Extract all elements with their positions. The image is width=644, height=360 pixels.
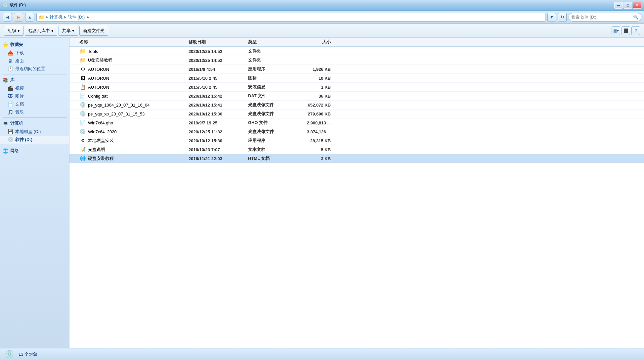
up-button[interactable]: ▲ xyxy=(25,13,34,22)
view-options-button[interactable]: ▦▾ xyxy=(612,26,620,35)
file-icon: 💿 xyxy=(79,111,86,117)
table-row[interactable]: 💿 pe_yqs_1064_20_07_31_16_04 2020/10/12 … xyxy=(69,101,644,110)
file-name-label: 硬盘安装教程 xyxy=(88,156,114,161)
col-header-type[interactable]: 类型 xyxy=(248,39,294,45)
main-layout: ⭐ 收藏夹 📥 下载 🖥 桌面 🕐 最近访问的位置 📚 库 xyxy=(0,38,644,348)
table-row[interactable]: ⚙ AUTORUN 2016/1/8 4:54 应用程序 1,926 KB xyxy=(69,65,644,74)
sidebar-item-documents[interactable]: 📄 文档 xyxy=(0,100,69,108)
sidebar-item-recent[interactable]: 🕐 最近访问的位置 xyxy=(0,65,69,73)
table-row[interactable]: 💿 Win7x64_2020 2020/12/25 11:32 光盘映像文件 3… xyxy=(69,127,644,136)
file-name-cell: 📋 AUTORUN xyxy=(69,84,189,90)
table-row[interactable]: 📁 Tools 2020/12/25 14:52 文件夹 xyxy=(69,47,644,56)
file-icon: ⚙ xyxy=(79,66,86,72)
file-icon: 📋 xyxy=(79,84,86,90)
local-c-icon: 💾 xyxy=(7,129,13,135)
forward-button[interactable]: ▶ xyxy=(14,13,23,22)
table-row[interactable]: 📋 AUTORUN 2015/5/10 2:45 安装信息 1 KB xyxy=(69,83,644,92)
file-name-cell: 🖼 AUTORUN xyxy=(69,75,189,81)
back-button[interactable]: ◀ xyxy=(3,13,12,22)
sidebar-item-music[interactable]: 🎵 音乐 xyxy=(0,108,69,116)
computer-label: 计算机 xyxy=(10,120,23,126)
computer-icon: 💻 xyxy=(3,121,8,126)
col-header-size[interactable]: 大小 xyxy=(294,39,337,45)
file-type-cell: 光盘映像文件 xyxy=(248,129,294,135)
col-header-name[interactable]: 名称 xyxy=(69,39,189,45)
file-size-cell: 652,072 KB xyxy=(294,103,337,108)
file-type-cell: 文本文档 xyxy=(248,147,294,153)
refresh-button[interactable]: ↻ xyxy=(558,13,567,22)
music-icon: 🎵 xyxy=(7,109,13,115)
documents-icon: 📄 xyxy=(7,101,13,107)
sidebar-section-library: 📚 库 🎬 视频 🖼 图片 📄 文档 🎵 音乐 xyxy=(0,76,69,116)
file-name-label: U盘安装教程 xyxy=(88,57,112,63)
file-name-cell: ⚙ 本地硬盘安装 xyxy=(69,137,189,144)
sidebar-item-video[interactable]: 🎬 视频 xyxy=(0,84,69,92)
network-label: 网络 xyxy=(10,148,19,154)
preview-button[interactable]: ⬛ xyxy=(622,26,630,35)
file-date-cell: 2016/1/8 4:54 xyxy=(189,67,248,72)
col-header-date[interactable]: 修改日期 xyxy=(189,39,248,45)
table-row[interactable]: 💿 pe_yqs_xp_20_07_31_15_53 2020/10/12 15… xyxy=(69,110,644,118)
file-date-cell: 2015/5/10 2:45 xyxy=(189,76,248,81)
search-icon[interactable]: 🔍 xyxy=(633,15,638,20)
breadcrumb-dropdown-icon[interactable]: ▶ xyxy=(87,15,89,19)
file-icon: 📁 xyxy=(79,48,86,55)
downloads-label: 下载 xyxy=(15,50,24,56)
sidebar-header-computer[interactable]: 💻 计算机 xyxy=(0,119,69,128)
sidebar-item-pictures[interactable]: 🖼 图片 xyxy=(0,92,69,100)
file-date-cell: 2020/12/25 11:32 xyxy=(189,129,248,134)
sidebar-header-library[interactable]: 📚 库 xyxy=(0,76,69,84)
organize-button[interactable]: 组织 ▾ xyxy=(4,26,23,36)
include-chevron-icon: ▾ xyxy=(51,28,54,33)
share-button[interactable]: 共享 ▾ xyxy=(59,26,78,36)
file-icon: 📁 xyxy=(79,57,86,64)
software-d-label: 软件 (D:) xyxy=(15,137,32,143)
file-size-cell: 36 KB xyxy=(294,94,337,99)
table-row[interactable]: 📄 Win7x64.gho 2019/9/7 19:25 GHO 文件 2,90… xyxy=(69,118,644,127)
new-folder-button[interactable]: 新建文件夹 xyxy=(79,26,108,36)
breadcrumb-computer[interactable]: 计算机 xyxy=(50,14,63,20)
file-rows-container: 📁 Tools 2020/12/25 14:52 文件夹 📁 U盘安装教程 20… xyxy=(69,47,644,163)
share-label: 共享 xyxy=(62,28,71,34)
sidebar-item-downloads[interactable]: 📥 下载 xyxy=(0,49,69,57)
sidebar-section-network: 🌐 网络 xyxy=(0,147,69,155)
search-input[interactable] xyxy=(572,15,632,20)
breadcrumb-software-d[interactable]: 软件 (D:) xyxy=(68,14,85,20)
file-size-cell: 2,900,813 ... xyxy=(294,120,337,125)
status-text: 13 个对象 xyxy=(19,351,37,357)
file-type-cell: GHO 文件 xyxy=(248,120,294,126)
library-label: 库 xyxy=(10,77,15,83)
filelist-header: 名称 修改日期 类型 大小 xyxy=(69,38,644,47)
file-name-label: Win7x64_2020 xyxy=(88,129,117,134)
table-row[interactable]: 🖼 AUTORUN 2015/5/10 2:45 图标 10 KB xyxy=(69,74,644,83)
table-row[interactable]: 📄 Config.dat 2020/10/12 15:42 DAT 文件 36 … xyxy=(69,92,644,101)
sidebar-item-software-d[interactable]: 💿 软件 (D:) xyxy=(0,136,69,144)
include-library-button[interactable]: 包含到库中 ▾ xyxy=(25,26,57,36)
dropdown-button[interactable]: ▼ xyxy=(547,13,556,22)
file-type-cell: HTML 文档 xyxy=(248,156,294,161)
video-icon: 🎬 xyxy=(7,85,13,91)
table-row[interactable]: 🌐 硬盘安装教程 2016/11/21 22:03 HTML 文档 3 KB xyxy=(69,154,644,163)
table-row[interactable]: 📁 U盘安装教程 2020/12/25 14:52 文件夹 xyxy=(69,56,644,65)
sidebar-section-favorites: ⭐ 收藏夹 📥 下载 🖥 桌面 🕐 最近访问的位置 xyxy=(0,40,69,73)
sidebar-header-network[interactable]: 🌐 网络 xyxy=(0,147,69,155)
file-type-cell: 应用程序 xyxy=(248,138,294,144)
file-type-cell: 光盘映像文件 xyxy=(248,111,294,117)
sidebar-header-favorites[interactable]: ⭐ 收藏夹 xyxy=(0,40,69,49)
toolbar: 组织 ▾ 包含到库中 ▾ 共享 ▾ 新建文件夹 ▦▾ ⬛ ? xyxy=(0,24,644,38)
file-icon: 💿 xyxy=(79,128,86,135)
file-date-cell: 2015/5/10 2:45 xyxy=(189,85,248,90)
help-button[interactable]: ? xyxy=(631,26,640,35)
table-row[interactable]: ⚙ 本地硬盘安装 2020/10/12 15:30 应用程序 28,315 KB xyxy=(69,136,644,145)
file-name-label: pe_yqs_xp_20_07_31_15_53 xyxy=(88,112,145,116)
minimize-button[interactable]: ─ xyxy=(614,2,623,9)
sidebar-item-local-c[interactable]: 💾 本地磁盘 (C:) xyxy=(0,128,69,136)
file-size-cell: 3,874,126 ... xyxy=(294,129,337,134)
close-button[interactable]: ✕ xyxy=(633,2,641,9)
table-row[interactable]: 📝 光盘说明 2016/10/23 7:07 文本文档 5 KB xyxy=(69,145,644,154)
file-name-label: 本地硬盘安装 xyxy=(88,138,114,144)
maximize-button[interactable]: □ xyxy=(623,2,632,9)
file-date-cell: 2020/12/25 14:52 xyxy=(189,49,248,54)
sidebar-item-desktop[interactable]: 🖥 桌面 xyxy=(0,57,69,65)
file-icon: 🌐 xyxy=(79,155,86,162)
